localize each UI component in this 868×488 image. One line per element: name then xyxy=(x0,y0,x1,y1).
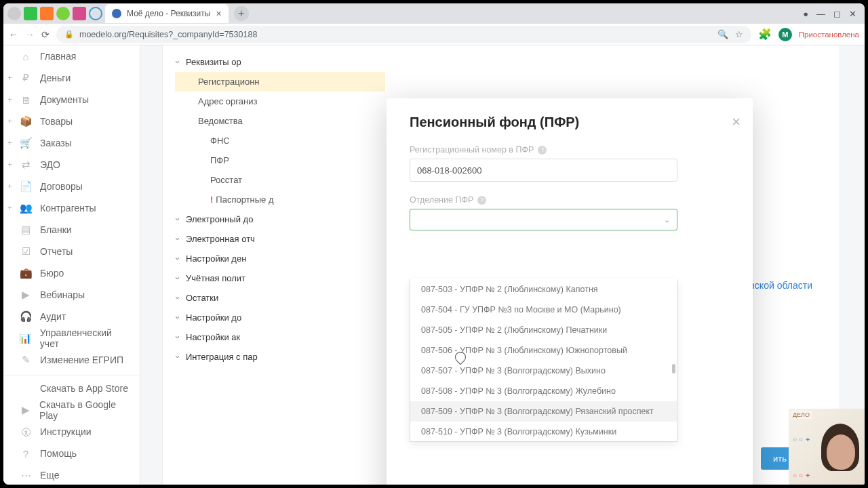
fav-icon[interactable] xyxy=(7,7,21,20)
sidebar-item[interactable]: +📦Товары xyxy=(3,110,140,132)
modal-title: Пенсионный фонд (ПФР) xyxy=(410,115,730,130)
sidebar-item[interactable]: ⋯Еще xyxy=(3,464,140,485)
sidebar-item[interactable]: ⌂Главная xyxy=(3,45,140,67)
new-tab-button[interactable]: + xyxy=(234,6,249,21)
pfr-modal: Пенсионный фонд (ПФР) × Регистрационный … xyxy=(387,98,753,485)
nav-icon: ⋯ xyxy=(18,469,33,481)
webcam-label: ДЕЛО xyxy=(791,411,812,419)
zoom-icon[interactable]: 🔍 xyxy=(717,29,728,39)
profile-status: Приостановлена xyxy=(799,30,859,39)
fav-icon[interactable] xyxy=(89,7,102,20)
nav-icon: ₽ xyxy=(18,72,33,84)
dropdown-option[interactable]: 087-507 - УПФР № 3 (Волгоградскому) Выхи… xyxy=(410,361,677,381)
dropdown-option[interactable]: 087-504 - ГУ УПФР №3 по Москве и МО (Мар… xyxy=(410,300,677,320)
profile-avatar[interactable]: М xyxy=(778,28,792,41)
main-area: Реквизиты орРегистрационнАдрес организВе… xyxy=(140,45,865,485)
sidebar-item[interactable]: ▶Вебинары xyxy=(3,284,140,306)
lock-icon: 🔒 xyxy=(64,30,74,39)
help-icon[interactable]: ? xyxy=(538,146,547,155)
field-label: Отделение ПФР? xyxy=(410,195,730,205)
nav-label: Заказы xyxy=(40,138,72,148)
nav-label: Главная xyxy=(40,51,76,62)
nav-label: Управленческий учет xyxy=(40,327,133,349)
nav-icon: ▶ xyxy=(18,404,33,416)
nav-label: Вебинары xyxy=(40,289,85,300)
dropdown-option[interactable]: 087-509 - УПФР № 3 (Волгоградскому) Ряза… xyxy=(410,401,677,422)
maximize-icon[interactable]: ◻ xyxy=(833,9,841,19)
plus-icon[interactable]: + xyxy=(7,160,12,169)
nav-label: Изменение ЕГРИП xyxy=(40,354,123,365)
nav-icon: 🗎 xyxy=(18,94,33,106)
nav-icon: 📦 xyxy=(18,115,33,127)
fav-icon[interactable] xyxy=(56,7,70,20)
sidebar-item[interactable]: ▤Бланки xyxy=(3,219,140,241)
sidebar-item[interactable]: +📄Договоры xyxy=(3,176,140,197)
dropdown-option[interactable]: 087-510 - УПФР № 3 (Волгоградскому) Кузь… xyxy=(410,422,677,442)
star-icon[interactable]: ☆ xyxy=(735,29,743,39)
branch-select[interactable]: ⌄ xyxy=(410,209,677,230)
nav-icon: 🎧 xyxy=(18,310,33,323)
plus-icon[interactable]: + xyxy=(7,95,12,104)
sidebar-item[interactable]: ▶Скачать в Google Play xyxy=(3,399,140,421)
help-icon[interactable]: ? xyxy=(477,196,486,205)
sidebar-item[interactable]: +🗎Документы xyxy=(3,89,140,110)
sidebar-item[interactable]: +🛒Заказы xyxy=(3,132,140,154)
plus-icon[interactable]: + xyxy=(7,182,12,191)
close-window-icon[interactable]: ✕ xyxy=(849,9,856,19)
nav-label: Контрагенты xyxy=(40,203,96,214)
sidebar-item[interactable]: +₽Деньги xyxy=(3,67,140,89)
reg-number-input[interactable] xyxy=(410,159,677,182)
sidebar-item[interactable]: 🛈Инструкции xyxy=(3,421,140,443)
dropdown-option[interactable]: 087-508 - УПФР № 3 (Волгоградскому) Жуле… xyxy=(410,381,677,401)
sidebar-item[interactable]: +⇄ЭДО xyxy=(3,154,140,176)
browser-tab[interactable]: Моё дело - Реквизиты × xyxy=(105,4,229,23)
plus-icon[interactable]: + xyxy=(7,203,12,213)
nav-icon: 🛒 xyxy=(18,137,33,149)
sidebar-item[interactable]: 📊Управленческий учет xyxy=(3,327,140,349)
dropdown-option[interactable]: 087-503 - УПФР № 2 (Люблинскому) Капотня xyxy=(410,279,677,300)
close-tab-icon[interactable]: × xyxy=(216,8,221,19)
nav-icon: ▶ xyxy=(18,289,33,301)
sidebar-item[interactable]: +👥Контрагенты xyxy=(3,197,140,219)
sidebar-item[interactable]: ?Помощь xyxy=(3,443,140,464)
nav-icon: ⌂ xyxy=(18,50,33,62)
nav-icon: ✎ xyxy=(18,354,33,366)
fav-icon[interactable] xyxy=(73,7,86,20)
reload-icon[interactable]: ⟳ xyxy=(41,29,50,40)
sidebar-item[interactable]: Скачать в App Store xyxy=(3,378,140,399)
forward-icon[interactable]: → xyxy=(25,29,35,40)
scrollbar-thumb[interactable] xyxy=(672,364,675,373)
field-label: Регистрационный номер в ПФР? xyxy=(410,145,730,155)
fav-icon[interactable] xyxy=(24,7,37,20)
extension-icon[interactable]: 🧩 xyxy=(758,28,772,41)
sidebar-item[interactable]: ☑Отчеты xyxy=(3,241,140,262)
sidebar-item[interactable]: 🎧Аудит xyxy=(3,306,140,327)
chevron-down-icon: ⌄ xyxy=(664,216,670,224)
nav-label: ЭДО xyxy=(40,159,60,170)
nav-icon xyxy=(18,382,33,394)
nav-label: Помощь xyxy=(40,448,77,459)
webcam-overlay: ДЕЛО xyxy=(789,409,865,485)
plus-icon[interactable]: + xyxy=(7,73,12,83)
dropdown-option[interactable]: 087-506 - УПФР № 3 (Люблинскому) Южнопор… xyxy=(410,340,677,361)
plus-icon[interactable]: + xyxy=(7,138,12,148)
nav-icon: 💼 xyxy=(18,267,33,279)
nav-icon: ☑ xyxy=(18,245,33,258)
fav-icon[interactable] xyxy=(40,7,54,20)
back-icon[interactable]: ← xyxy=(9,29,18,40)
record-icon[interactable]: ● xyxy=(803,9,808,19)
nav-icon: 👥 xyxy=(18,202,33,214)
left-sidebar: ⌂Главная+₽Деньги+🗎Документы+📦Товары+🛒Зак… xyxy=(3,45,140,485)
sidebar-item[interactable]: 💼Бюро xyxy=(3,262,140,284)
nav-label: Скачать в Google Play xyxy=(39,399,133,421)
nav-label: Инструкции xyxy=(40,426,92,437)
plus-icon[interactable]: + xyxy=(7,117,12,126)
address-bar: ← → ⟳ 🔒 moedelo.org/Requisites?_companyI… xyxy=(3,24,865,45)
nav-label: Бюро xyxy=(40,268,64,279)
close-icon[interactable]: × xyxy=(732,113,741,131)
sidebar-item[interactable]: ✎Изменение ЕГРИП xyxy=(3,349,140,371)
url-input[interactable]: 🔒 moedelo.org/Requisites?_companyId=7530… xyxy=(56,26,751,43)
dropdown-option[interactable]: 087-505 - УПФР № 2 (Люблинскому) Печатни… xyxy=(410,320,677,340)
minimize-icon[interactable]: — xyxy=(816,9,825,19)
nav-icon: 🛈 xyxy=(18,426,33,438)
